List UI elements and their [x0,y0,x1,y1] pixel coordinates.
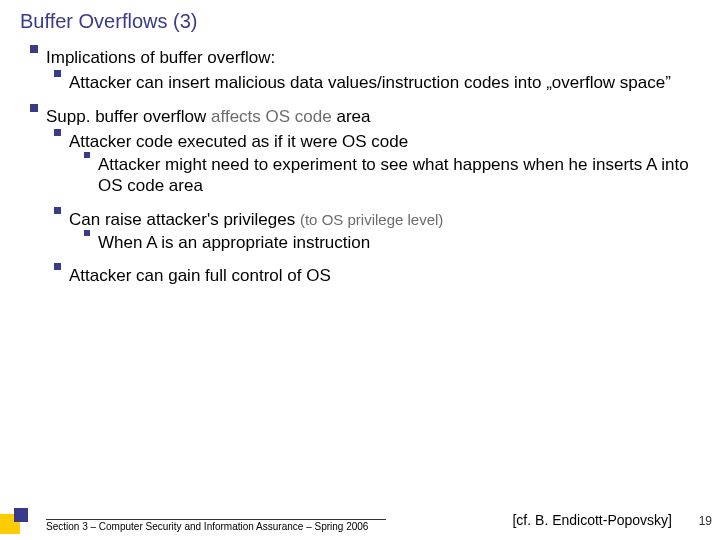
bullet-text: Attacker might need to experiment to see… [98,154,700,197]
bullet-l2: Attacker can insert malicious data value… [54,72,700,93]
square-bullet-icon [30,45,38,53]
bullet-text: Attacker can insert malicious data value… [69,72,700,93]
square-bullet-icon [84,152,90,158]
square-bullet-icon [30,104,38,112]
square-bullet-icon [54,207,61,214]
bullet-text: Attacker code executed as if it were OS … [69,131,700,152]
square-bullet-icon [54,263,61,270]
bullet-l2: Can raise attacker's privileges (to OS p… [54,209,700,230]
bullet-text: When A is an appropriate instruction [98,232,700,253]
footer: Section 3 – Computer Security and Inform… [0,508,720,534]
bullet-group-1: Implications of buffer overflow: Attacke… [20,47,700,94]
text-part: area [332,107,371,126]
bullet-group-4: Attacker can gain full control of OS [20,265,700,286]
bullet-l1: Implications of buffer overflow: [30,47,700,68]
corner-accent-icon [0,508,40,534]
slide-content: Implications of buffer overflow: Attacke… [20,47,700,286]
square-bullet-icon [54,129,61,136]
bullet-l1: Supp. buffer overflow affects OS code ar… [30,106,700,127]
bullet-text: Supp. buffer overflow affects OS code ar… [46,106,700,127]
text-part: Can raise attacker's privileges [69,210,300,229]
bullet-text: Attacker can gain full control of OS [69,265,700,286]
slide: Buffer Overflows (3) Implications of buf… [0,0,720,540]
bullet-text: Can raise attacker's privileges (to OS p… [69,209,700,230]
bullet-l3: When A is an appropriate instruction [84,232,700,253]
square-bullet-icon [54,70,61,77]
text-note: (to OS privilege level) [300,211,443,228]
bullet-group-3: Can raise attacker's privileges (to OS p… [20,209,700,254]
bullet-l3: Attacker might need to experiment to see… [84,154,700,197]
citation: [cf. B. Endicott-Popovsky] [512,512,672,528]
text-emphasis: affects OS code [211,107,332,126]
square-bullet-icon [84,230,90,236]
slide-title: Buffer Overflows (3) [20,10,700,33]
bullet-l2: Attacker code executed as if it were OS … [54,131,700,152]
bullet-text: Implications of buffer overflow: [46,47,700,68]
text-part: Supp. buffer overflow [46,107,211,126]
page-number: 19 [699,514,712,528]
footer-text: Section 3 – Computer Security and Inform… [46,519,386,532]
navy-square-icon [14,508,28,522]
bullet-l2: Attacker can gain full control of OS [54,265,700,286]
bullet-group-2: Supp. buffer overflow affects OS code ar… [20,106,700,197]
